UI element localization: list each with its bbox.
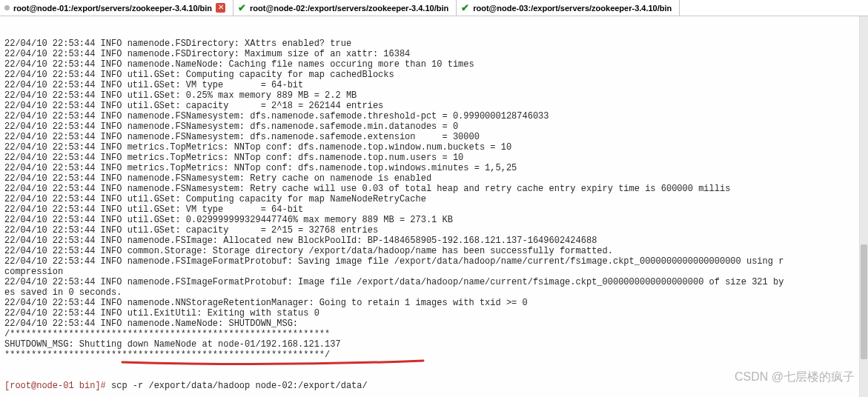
log-line: 22/04/10 22:53:44 INFO namenode.FSImageF… [4,277,864,287]
log-line: /***************************************… [4,329,864,339]
tab-bar: root@node-01:/export/servers/zookeeper-3… [0,0,868,16]
scroll-thumb[interactable] [861,244,867,358]
log-line: SHUTDOWN_MSG: Shutting down NameNode at … [4,339,864,350]
log-lines: 22/04/10 22:53:44 INFO namenode.FSDirect… [4,39,864,360]
log-line: 22/04/10 22:53:44 INFO namenode.FSNamesy… [4,132,864,142]
close-icon[interactable]: ✕ [216,3,225,13]
vertical-scrollbar[interactable] [859,16,868,397]
tab-node-02[interactable]: ✔ root@node-02:/export/servers/zookeeper… [233,0,457,16]
log-line: 22/04/10 22:53:44 INFO util.GSet: Comput… [4,194,864,204]
terminal-output[interactable]: 22/04/10 22:53:44 INFO namenode.FSDirect… [0,16,868,397]
log-line: 22/04/10 22:53:44 INFO metrics.TopMetric… [4,163,864,173]
log-line: 22/04/10 22:53:44 INFO util.GSet: 0.25% … [4,90,864,101]
log-line: 22/04/10 22:53:44 INFO util.GSet: VM typ… [4,204,864,215]
log-line: 22/04/10 22:53:44 INFO util.GSet: VM typ… [4,80,864,90]
log-line: 22/04/10 22:53:44 INFO namenode.FSNamesy… [4,121,864,132]
log-line: 22/04/10 22:53:44 INFO namenode.FSImage:… [4,236,864,246]
log-line: 22/04/10 22:53:44 INFO metrics.TopMetric… [4,153,864,163]
log-line: 22/04/10 22:53:44 INFO util.ExitUtil: Ex… [4,308,864,318]
shell-prompt: [root@node-01 bin]# [4,381,111,391]
log-line: 22/04/10 22:53:44 INFO namenode.FSImageF… [4,256,864,267]
typed-command: scp -r /export/data/hadoop node-02:/expo… [111,381,368,391]
prompt-line-1: [root@node-01 bin]# scp -r /export/data/… [4,381,864,391]
log-line: 22/04/10 22:53:44 INFO util.GSet: 0.0299… [4,215,864,225]
log-line: ****************************************… [4,350,864,360]
check-icon: ✔ [238,2,246,13]
log-line: 22/04/10 22:53:44 INFO namenode.FSNamesy… [4,184,864,194]
tab-title: root@node-01:/export/servers/zookeeper-3… [13,4,212,13]
log-line: 22/04/10 22:53:44 INFO namenode.FSDirect… [4,39,864,49]
log-line: 22/04/10 22:53:44 INFO namenode.FSNamesy… [4,173,864,184]
log-line: es saved in 0 seconds. [4,287,864,298]
log-line: compression [4,267,864,277]
log-line: 22/04/10 22:53:44 INFO metrics.TopMetric… [4,142,864,153]
log-line: 22/04/10 22:53:44 INFO util.GSet: Comput… [4,70,864,80]
log-line: 22/04/10 22:53:44 INFO namenode.FSNamesy… [4,111,864,121]
tab-node-01[interactable]: root@node-01:/export/servers/zookeeper-3… [0,0,233,16]
tab-title: root@node-03:/export/servers/zookeeper-3… [473,4,672,13]
log-line: 22/04/10 22:53:44 INFO namenode.NameNode… [4,318,864,329]
log-line: 22/04/10 22:53:44 INFO util.GSet: capaci… [4,225,864,236]
tab-title: root@node-02:/export/servers/zookeeper-3… [250,4,448,13]
log-line: 22/04/10 22:53:44 INFO namenode.NNStorag… [4,298,864,308]
log-line: 22/04/10 22:53:44 INFO common.Storage: S… [4,246,864,256]
log-line: 22/04/10 22:53:44 INFO namenode.NameNode… [4,59,864,70]
tab-node-03[interactable]: ✔ root@node-03:/export/servers/zookeeper… [457,0,680,16]
check-icon: ✔ [461,2,469,13]
log-line: 22/04/10 22:53:44 INFO namenode.FSDirect… [4,49,864,59]
status-dot-icon [4,5,10,10]
log-line: 22/04/10 22:53:44 INFO util.GSet: capaci… [4,101,864,111]
